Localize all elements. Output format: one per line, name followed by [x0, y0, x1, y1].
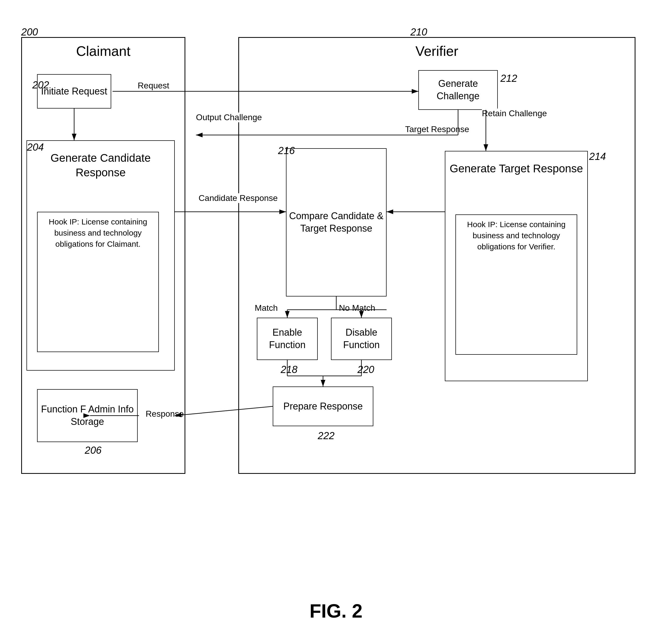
- hook-ip-claimant-label: Hook IP: License containing business and…: [49, 217, 147, 248]
- function-admin-box: Function F Admin Info Storage: [37, 389, 138, 442]
- enable-function-box: Enable Function: [257, 318, 318, 360]
- ref-216: 216: [278, 145, 295, 156]
- disable-function-label: Disable Function: [332, 326, 391, 351]
- generate-challenge-label: Generate Challenge: [419, 77, 497, 102]
- ref-222: 222: [318, 430, 334, 441]
- enable-function-label: Enable Function: [257, 326, 317, 351]
- ref-220: 220: [358, 364, 374, 375]
- verifier-label: Verifier: [239, 38, 635, 62]
- prepare-response-box: Prepare Response: [273, 387, 373, 426]
- generate-target-label: Generate Target Response: [445, 161, 588, 176]
- diagram-container: 200 210 Claimant Verifier Initiate Reque…: [21, 21, 646, 524]
- arrow-output-challenge-label: Output Challenge: [196, 112, 262, 122]
- ref-206: 206: [85, 445, 101, 456]
- hook-ip-claimant-box: Hook IP: License containing business and…: [37, 212, 159, 352]
- arrow-request-label: Request: [138, 81, 169, 90]
- prepare-response-label: Prepare Response: [283, 400, 363, 413]
- arrow-no-match-label: No Match: [339, 303, 375, 313]
- claimant-label: Claimant: [22, 38, 184, 62]
- arrow-retain-challenge-label: Retain Challenge: [482, 109, 547, 118]
- arrow-match-label: Match: [255, 303, 278, 313]
- arrow-target-response-label: Target Response: [405, 124, 469, 134]
- ref-212: 212: [501, 73, 517, 84]
- hook-ip-verifier-box: Hook IP: License containing business and…: [455, 215, 577, 355]
- ref-202: 202: [32, 80, 49, 91]
- generate-challenge-box: Generate Challenge: [418, 70, 498, 110]
- disable-function-box: Disable Function: [331, 318, 392, 360]
- arrow-response-label: Response: [146, 409, 184, 419]
- function-admin-label: Function F Admin Info Storage: [38, 403, 137, 428]
- ref-214: 214: [589, 151, 606, 162]
- hook-ip-verifier-label: Hook IP: License containing business and…: [467, 220, 566, 251]
- ref-200: 200: [21, 26, 38, 38]
- initiate-request-label: Initiate Request: [41, 85, 107, 98]
- ref-218: 218: [281, 364, 297, 375]
- generate-candidate-label: Generate Candidate Response: [26, 151, 175, 180]
- compare-label: Compare Candidate & Target Response: [287, 210, 386, 235]
- ref-210: 210: [410, 26, 427, 38]
- arrow-candidate-response-label: Candidate Response: [199, 193, 278, 203]
- fig-caption: FIG. 2: [0, 600, 672, 622]
- compare-box: Compare Candidate & Target Response: [286, 148, 387, 296]
